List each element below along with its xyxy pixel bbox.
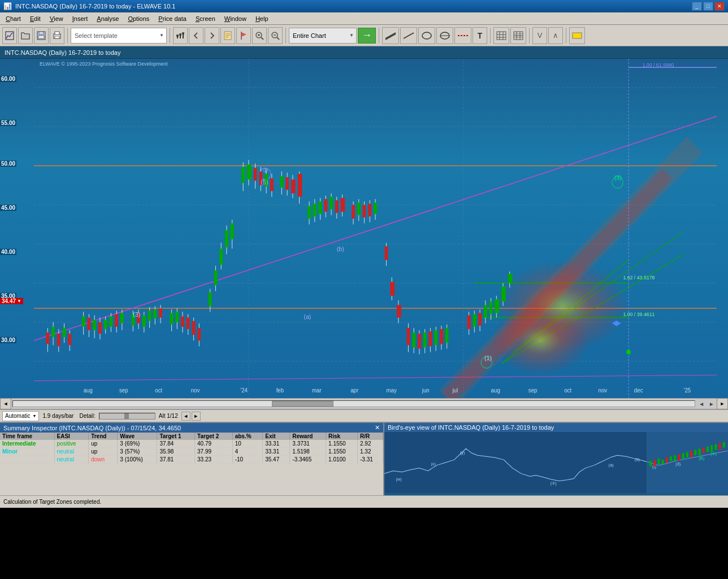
menu-screen[interactable]: Screen: [191, 12, 220, 24]
save-button[interactable]: [34, 27, 49, 44]
svg-text:oct: oct: [564, 387, 571, 394]
scroll-left-button[interactable]: ◄: [0, 398, 11, 409]
status-bar: Calculation of Target Zones completed.: [0, 495, 728, 508]
chart-type-button[interactable]: [173, 27, 188, 44]
zoom-in-button[interactable]: [252, 27, 267, 44]
title-icon: 📊: [3, 2, 12, 10]
flag-button[interactable]: [236, 27, 251, 44]
svg-rect-218: [501, 287, 506, 301]
svg-rect-86: [63, 328, 66, 337]
svg-rect-214: [489, 301, 493, 314]
svg-rect-194: [418, 334, 421, 348]
cell-t2-3: 33.23: [195, 456, 233, 464]
svg-rect-198: [428, 331, 432, 346]
svg-rect-6: [55, 32, 59, 34]
table-row: Minor neutral up 3 (57%) 35.98 37.99 4 3…: [0, 448, 383, 456]
page-next-button[interactable]: ►: [192, 412, 201, 421]
svg-rect-116: [159, 308, 162, 317]
ellipse-tool-2[interactable]: [436, 27, 453, 44]
minimize-button[interactable]: _: [692, 2, 702, 11]
wave-tool-1[interactable]: V: [532, 27, 547, 44]
menu-insert[interactable]: Insert: [68, 12, 93, 24]
line-tool-2[interactable]: [400, 27, 417, 44]
open-button[interactable]: [18, 27, 33, 44]
svg-text:(④): (④): [710, 452, 717, 456]
svg-rect-162: [313, 204, 317, 216]
go-button[interactable]: →: [358, 28, 376, 44]
back-button[interactable]: [189, 27, 203, 44]
print-button[interactable]: [50, 27, 64, 44]
note-button[interactable]: [220, 27, 235, 44]
svg-line-28: [277, 37, 279, 40]
days-per-bar: 1.9 days/bar: [42, 413, 73, 419]
menu-window[interactable]: Window: [220, 12, 251, 24]
col-risk: Risk: [326, 433, 358, 440]
svg-line-31: [385, 34, 396, 40]
svg-rect-122: [181, 317, 184, 327]
line-tool-1[interactable]: [382, 27, 399, 44]
rectangle-tool[interactable]: [569, 27, 585, 44]
chart-info-bar: INTC.NASDAQ (Daily) 16-7-2019 to today: [0, 46, 728, 59]
svg-rect-114: [153, 309, 157, 318]
svg-rect-180: [368, 204, 371, 216]
svg-text:aug: aug: [491, 387, 500, 394]
scroll-right-button[interactable]: ►: [717, 398, 728, 409]
select-template-label: Select template: [75, 32, 118, 39]
zoom-out-button[interactable]: [268, 27, 283, 44]
auto-dropdown[interactable]: Automatic: [2, 411, 39, 421]
detail-slider[interactable]: [99, 413, 155, 420]
svg-rect-192: [412, 332, 415, 347]
title-bar: 📊 INTC.NASDAQ (Daily) 16-7-2019 to today…: [0, 0, 728, 12]
svg-rect-210: [478, 313, 482, 325]
svg-rect-92: [87, 318, 90, 330]
select-template-dropdown[interactable]: Select template: [71, 28, 167, 44]
window-controls: _ □ ✕: [692, 2, 725, 11]
svg-rect-188: [397, 305, 401, 317]
chart-container[interactable]: ELWAVE © 1995-2023 Prognosis Software De…: [0, 59, 728, 398]
entire-chart-dropdown[interactable]: Entire Chart: [289, 28, 357, 44]
close-button[interactable]: ✕: [714, 2, 725, 11]
text-tool[interactable]: T: [473, 27, 487, 44]
scroll-indicator-2: ►: [707, 401, 717, 407]
svg-rect-128: [197, 328, 201, 340]
menu-edit[interactable]: Edit: [25, 12, 45, 24]
price-label-60: 60.00: [0, 76, 16, 82]
slider-thumb[interactable]: [124, 413, 129, 419]
svg-marker-22: [241, 32, 246, 37]
svg-rect-126: [192, 321, 196, 335]
cell-easi-3: neutral: [54, 456, 89, 464]
scroll-thumb[interactable]: [272, 401, 333, 407]
birds-eye-panel: Bird's-eye view of INTC.NASDAQ (Daily) 1…: [384, 423, 728, 495]
cell-abs-3: -10: [232, 456, 263, 464]
svg-rect-277: [714, 444, 717, 450]
menu-help[interactable]: Help: [251, 12, 273, 24]
summary-close-icon[interactable]: ✕: [375, 424, 380, 431]
entire-chart-label: Entire Chart: [293, 32, 326, 39]
menu-view[interactable]: View: [45, 12, 68, 24]
new-chart-button[interactable]: [2, 27, 17, 44]
menu-chart[interactable]: Chart: [1, 12, 25, 24]
maximize-button[interactable]: □: [703, 2, 713, 11]
ellipse-tool-1[interactable]: [418, 27, 435, 44]
svg-rect-132: [214, 270, 218, 285]
cell-reward-3: -3.3465: [290, 456, 326, 464]
grid-button-1[interactable]: [493, 27, 509, 44]
price-label-40: 40.00: [0, 249, 16, 255]
menu-price-data[interactable]: Price data: [154, 12, 191, 24]
cell-trend-2: up: [89, 448, 118, 456]
col-target2: Target 2: [195, 433, 233, 440]
svg-rect-208: [473, 314, 476, 327]
menu-options[interactable]: Options: [123, 12, 154, 24]
svg-rect-7: [55, 36, 59, 38]
svg-text:'25: '25: [684, 387, 691, 394]
wave-tool-2[interactable]: ∧: [548, 27, 563, 44]
dash-line-tool[interactable]: [454, 27, 471, 44]
cell-t2-2: 37.99: [195, 448, 233, 456]
page-prev-button[interactable]: ◄: [181, 412, 190, 421]
cell-trend-1: up: [89, 440, 118, 448]
menu-analyse[interactable]: Analyse: [92, 12, 123, 24]
grid-button-2[interactable]: [510, 27, 526, 44]
svg-text:1.62 / 43.5178: 1.62 / 43.5178: [623, 275, 655, 280]
svg-text:(5): (5): [261, 178, 268, 185]
forward-button[interactable]: [205, 27, 219, 44]
